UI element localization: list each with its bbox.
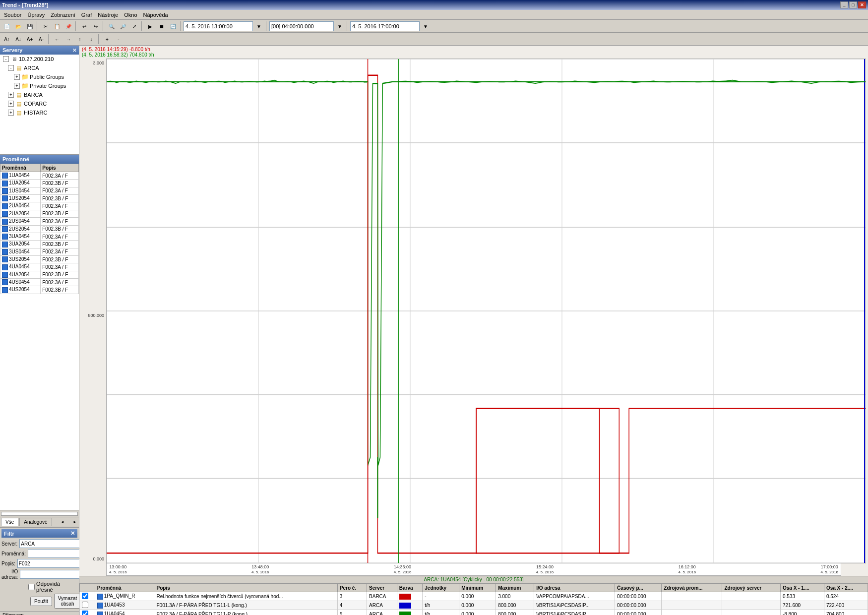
tb2-btn5[interactable]: ← <box>52 34 62 45</box>
var-row[interactable]: 2UA0454 F002.3A / F <box>0 202 79 210</box>
tb2-btn2[interactable]: A↓ <box>13 34 24 45</box>
dt-checkbox-cell[interactable] <box>80 601 95 610</box>
duration-input[interactable] <box>269 21 334 31</box>
tree-item-public[interactable]: + 📁 Public Groups <box>0 72 79 81</box>
data-row[interactable]: 1UA0454 F002.3A / F-PÁRA PŘED TG11-P (ko… <box>80 610 868 615</box>
filter-exact-checkbox[interactable] <box>28 584 35 590</box>
tab-analogove[interactable]: Analogové <box>19 518 52 526</box>
menu-napoveda[interactable]: Nápověda <box>140 11 171 19</box>
expand-barca[interactable]: + <box>8 92 14 98</box>
tree-item-histarc[interactable]: + ▤ HISTARC <box>0 108 79 117</box>
var-row[interactable]: 4US2054 F002.3B / F <box>0 286 79 294</box>
expand-private[interactable]: + <box>14 83 20 89</box>
tb2-btn8[interactable]: ↓ <box>86 34 97 45</box>
datetime1-dropdown[interactable]: ▼ <box>253 21 264 32</box>
datetime1-input[interactable] <box>184 21 253 31</box>
dt-checkbox-cell[interactable] <box>80 610 95 615</box>
servers-close[interactable]: ✕ <box>72 48 76 53</box>
filter-io-input[interactable] <box>20 570 86 579</box>
var-row[interactable]: 1UA0454 F002.3A / F <box>0 172 79 180</box>
paste-button[interactable]: 📌 <box>63 21 74 32</box>
var-row[interactable]: 1US2054 F002.3B / F <box>0 195 79 202</box>
datetime2-input[interactable] <box>350 21 420 31</box>
redo-button[interactable]: ↪ <box>90 21 101 32</box>
dt-name: 1PA_QMIN_R <box>95 592 154 601</box>
tree-item-barca[interactable]: + ▤ BARCA <box>0 90 79 99</box>
zoom-all-btn[interactable]: ⤢ <box>129 21 140 32</box>
cut-button[interactable]: ✂ <box>40 21 51 32</box>
tree-item-arca[interactable]: - ▤ ARCA <box>0 63 79 72</box>
var-row[interactable]: 1UA2054 F002.3B / F <box>0 180 79 187</box>
close-button[interactable]: ✕ <box>858 1 866 8</box>
maximize-button[interactable]: □ <box>849 1 857 8</box>
expand-histarc[interactable]: + <box>8 110 14 116</box>
menu-zobrazeni[interactable]: Zobrazení <box>48 11 78 19</box>
tree-item-private[interactable]: + 📁 Private Groups <box>0 81 79 90</box>
row-checkbox[interactable] <box>82 602 88 608</box>
menu-nastroje[interactable]: Nástroje <box>95 11 121 19</box>
filter-close[interactable]: ✕ <box>70 530 75 537</box>
var-row[interactable]: 3UA2054 F002.3B / F <box>0 241 79 248</box>
filter-apply-btn[interactable]: Použit <box>30 597 52 606</box>
expand-arca[interactable]: - <box>8 65 14 71</box>
var-row[interactable]: 2US2054 F002.3B / F <box>0 225 79 233</box>
tb2-btn7[interactable]: ↑ <box>74 34 85 45</box>
data-table-scroll[interactable]: Proměnná Popis Pero č. Server Barva Jedn… <box>79 584 868 615</box>
chart-canvas[interactable] <box>106 59 866 563</box>
datetime2-dropdown[interactable]: ▼ <box>420 21 431 32</box>
tab-prev[interactable]: ◄ <box>60 519 65 525</box>
refresh-btn[interactable]: 🔄 <box>168 21 179 32</box>
expand-public[interactable]: + <box>14 74 20 80</box>
filter-desc-input[interactable] <box>17 559 83 568</box>
var-row[interactable]: 2UA2054 F002.3B / F <box>0 210 79 217</box>
expand-server[interactable]: - <box>3 56 9 62</box>
copy-button[interactable]: 📋 <box>52 21 62 32</box>
filter-clear-btn[interactable]: Vymazat obsah <box>54 594 81 609</box>
row-checkbox[interactable] <box>82 611 88 615</box>
tb2-btn9[interactable]: + <box>102 34 113 45</box>
dt-col-ax2: Osa X - 2.... <box>824 584 868 592</box>
open-button[interactable]: 📂 <box>13 21 24 32</box>
var-row[interactable]: 4UA0454 F002.3A / F <box>0 263 79 271</box>
var-row[interactable]: 4US0454 F002.3A / F <box>0 279 79 286</box>
filter-server-input[interactable] <box>19 539 85 548</box>
tb2-btn3[interactable]: A+ <box>24 34 35 45</box>
minimize-button[interactable]: _ <box>840 1 848 8</box>
data-row[interactable]: 1PA_QMIN_R Rel.hodnota funkce nejmenších… <box>80 592 868 601</box>
data-row[interactable]: 1UA0453 F001.3A / F-PÁRA PŘED TG11-L (ko… <box>80 601 868 610</box>
tb2-btn1[interactable]: A↑ <box>1 34 12 45</box>
var-row[interactable]: 4UA2054 F002.3B / F <box>0 271 79 278</box>
play-btn[interactable]: ▶ <box>145 21 156 32</box>
tb2-btn4[interactable]: A- <box>36 34 47 45</box>
menu-okno[interactable]: Okno <box>121 11 140 19</box>
tb2-btn10[interactable]: - <box>113 34 124 45</box>
variables-scroll[interactable]: Proměnná Popis 1UA0454 F002.3A / F 1UA20… <box>0 164 79 510</box>
tree-item-server[interactable]: - 🖥 10.27.200.210 <box>0 55 79 63</box>
tab-next[interactable]: ► <box>72 519 78 525</box>
expand-coparc[interactable]: + <box>8 101 14 107</box>
menu-upravy[interactable]: Úpravy <box>24 11 48 19</box>
zoom-in-btn[interactable]: 🔍 <box>106 21 117 32</box>
new-button[interactable]: 📄 <box>1 21 12 32</box>
menu-soubor[interactable]: Soubor <box>1 11 24 19</box>
var-row[interactable]: 1US0454 F002.3A / F <box>0 187 79 194</box>
stop-btn[interactable]: ⏹ <box>156 21 167 32</box>
save-button[interactable]: 💾 <box>24 21 35 32</box>
undo-button[interactable]: ↩ <box>79 21 90 32</box>
h-scrollbar[interactable] <box>1 512 78 516</box>
time-label-1: 13:00:004. 5. 2016 <box>109 564 127 574</box>
dt-checkbox-cell[interactable] <box>80 592 95 601</box>
var-row[interactable]: 3UA0454 F002.3A / F <box>0 233 79 240</box>
tab-vse[interactable]: Vše <box>1 518 18 526</box>
tree-item-coparc[interactable]: + ▤ COPARC <box>0 99 79 108</box>
tb2-btn6[interactable]: → <box>63 34 74 45</box>
var-row[interactable]: 3US0454 F002.3A / F <box>0 248 79 255</box>
row-checkbox[interactable] <box>82 593 88 599</box>
var-row[interactable]: 2US0454 F002.3A / F <box>0 218 79 225</box>
filter-server-label: Server: <box>1 541 19 547</box>
var-row[interactable]: 3US2054 F002.3B / F <box>0 255 79 263</box>
duration-dropdown[interactable]: ▼ <box>334 21 345 32</box>
tree-container[interactable]: - 🖥 10.27.200.210 - ▤ ARCA <box>0 55 79 154</box>
zoom-out-btn[interactable]: 🔎 <box>118 21 128 32</box>
menu-graf[interactable]: Graf <box>78 11 95 19</box>
